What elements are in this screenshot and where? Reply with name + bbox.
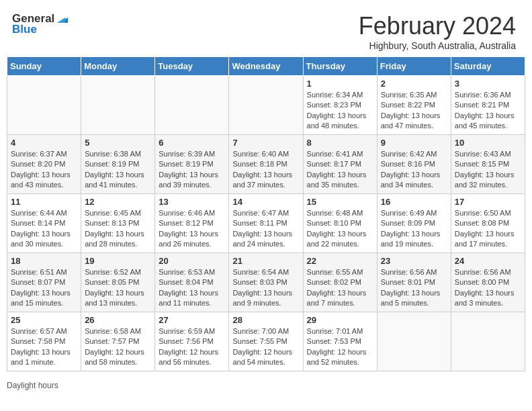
day-number: 15 [307, 197, 373, 207]
calendar-cell: 11Sunrise: 6:44 AM Sunset: 8:14 PM Dayli… [7, 194, 81, 253]
header-row: SundayMondayTuesdayWednesdayThursdayFrid… [7, 57, 525, 76]
day-info: Sunrise: 6:50 AM Sunset: 8:08 PM Dayligh… [455, 208, 521, 250]
header-day-tuesday: Tuesday [155, 57, 229, 76]
header-day-monday: Monday [81, 57, 155, 76]
title-block: February 2024 Highbury, South Australia,… [359, 12, 516, 51]
calendar-cell: 19Sunrise: 6:52 AM Sunset: 8:05 PM Dayli… [81, 253, 155, 312]
calendar-subtitle: Highbury, South Australia, Australia [359, 40, 516, 51]
calendar-cell: 15Sunrise: 6:48 AM Sunset: 8:10 PM Dayli… [303, 194, 377, 253]
day-info: Sunrise: 6:53 AM Sunset: 8:04 PM Dayligh… [159, 267, 225, 309]
day-info: Sunrise: 6:34 AM Sunset: 8:23 PM Dayligh… [307, 90, 373, 132]
footer: Daylight hours [0, 378, 532, 396]
day-info: Sunrise: 6:36 AM Sunset: 8:21 PM Dayligh… [455, 90, 521, 132]
day-number: 16 [381, 197, 447, 207]
day-info: Sunrise: 6:59 AM Sunset: 7:56 PM Dayligh… [159, 326, 225, 368]
day-number: 29 [307, 315, 373, 325]
calendar-cell: 14Sunrise: 6:47 AM Sunset: 8:11 PM Dayli… [229, 194, 303, 253]
header-day-friday: Friday [377, 57, 451, 76]
calendar-cell: 1Sunrise: 6:34 AM Sunset: 8:23 PM Daylig… [303, 76, 377, 135]
calendar-cell: 28Sunrise: 7:00 AM Sunset: 7:55 PM Dayli… [229, 312, 303, 371]
day-number: 17 [455, 197, 521, 207]
day-number: 7 [232, 138, 299, 148]
day-number: 14 [232, 197, 299, 207]
header-day-thursday: Thursday [303, 57, 377, 76]
day-info: Sunrise: 7:00 AM Sunset: 7:55 PM Dayligh… [232, 326, 299, 368]
day-number: 1 [307, 79, 373, 89]
day-number: 21 [232, 256, 299, 266]
day-info: Sunrise: 6:47 AM Sunset: 8:11 PM Dayligh… [232, 208, 299, 250]
day-number: 13 [159, 197, 225, 207]
calendar-cell [229, 76, 303, 135]
day-info: Sunrise: 6:41 AM Sunset: 8:17 PM Dayligh… [307, 149, 373, 191]
day-info: Sunrise: 6:48 AM Sunset: 8:10 PM Dayligh… [307, 208, 373, 250]
logo-icon [56, 11, 71, 26]
calendar-week-3: 11Sunrise: 6:44 AM Sunset: 8:14 PM Dayli… [7, 194, 525, 253]
header-day-sunday: Sunday [7, 57, 81, 76]
day-number: 26 [85, 315, 151, 325]
calendar-cell: 9Sunrise: 6:42 AM Sunset: 8:16 PM Daylig… [377, 135, 451, 194]
calendar-cell [155, 76, 229, 135]
day-info: Sunrise: 6:54 AM Sunset: 8:03 PM Dayligh… [232, 267, 299, 309]
calendar-cell: 8Sunrise: 6:41 AM Sunset: 8:17 PM Daylig… [303, 135, 377, 194]
header-day-wednesday: Wednesday [229, 57, 303, 76]
day-number: 12 [85, 197, 151, 207]
calendar-table: SundayMondayTuesdayWednesdayThursdayFrid… [7, 56, 525, 371]
day-number: 10 [455, 138, 521, 148]
day-info: Sunrise: 6:35 AM Sunset: 8:22 PM Dayligh… [381, 90, 447, 132]
calendar-cell: 12Sunrise: 6:45 AM Sunset: 8:13 PM Dayli… [81, 194, 155, 253]
calendar-cell: 5Sunrise: 6:38 AM Sunset: 8:19 PM Daylig… [81, 135, 155, 194]
calendar-cell: 25Sunrise: 6:57 AM Sunset: 7:58 PM Dayli… [7, 312, 81, 371]
day-info: Sunrise: 6:39 AM Sunset: 8:19 PM Dayligh… [159, 149, 225, 191]
calendar-cell: 4Sunrise: 6:37 AM Sunset: 8:20 PM Daylig… [7, 135, 81, 194]
day-number: 11 [11, 197, 77, 207]
calendar-cell: 2Sunrise: 6:35 AM Sunset: 8:22 PM Daylig… [377, 76, 451, 135]
day-number: 2 [381, 79, 447, 89]
day-info: Sunrise: 6:45 AM Sunset: 8:13 PM Dayligh… [85, 208, 151, 250]
day-info: Sunrise: 6:38 AM Sunset: 8:19 PM Dayligh… [85, 149, 151, 191]
calendar-cell: 24Sunrise: 6:56 AM Sunset: 8:00 PM Dayli… [451, 253, 525, 312]
day-number: 6 [159, 138, 225, 148]
calendar-cell: 26Sunrise: 6:58 AM Sunset: 7:57 PM Dayli… [81, 312, 155, 371]
calendar-cell: 13Sunrise: 6:46 AM Sunset: 8:12 PM Dayli… [155, 194, 229, 253]
calendar-cell [81, 76, 155, 135]
logo: General Blue [12, 12, 71, 36]
day-info: Sunrise: 6:57 AM Sunset: 7:58 PM Dayligh… [11, 326, 77, 368]
calendar-cell: 27Sunrise: 6:59 AM Sunset: 7:56 PM Dayli… [155, 312, 229, 371]
calendar-cell: 21Sunrise: 6:54 AM Sunset: 8:03 PM Dayli… [229, 253, 303, 312]
day-number: 20 [159, 256, 225, 266]
calendar-week-1: 1Sunrise: 6:34 AM Sunset: 8:23 PM Daylig… [7, 76, 525, 135]
daylight-label: Daylight hours [7, 381, 58, 390]
day-info: Sunrise: 6:37 AM Sunset: 8:20 PM Dayligh… [11, 149, 77, 191]
calendar-cell: 20Sunrise: 6:53 AM Sunset: 8:04 PM Dayli… [155, 253, 229, 312]
day-number: 22 [307, 256, 373, 266]
calendar-cell: 23Sunrise: 6:56 AM Sunset: 8:01 PM Dayli… [377, 253, 451, 312]
calendar-week-4: 18Sunrise: 6:51 AM Sunset: 8:07 PM Dayli… [7, 253, 525, 312]
day-number: 27 [159, 315, 225, 325]
day-info: Sunrise: 6:52 AM Sunset: 8:05 PM Dayligh… [85, 267, 151, 309]
day-number: 9 [381, 138, 447, 148]
calendar-cell: 17Sunrise: 6:50 AM Sunset: 8:08 PM Dayli… [451, 194, 525, 253]
header-day-saturday: Saturday [451, 57, 525, 76]
calendar-cell: 22Sunrise: 6:55 AM Sunset: 8:02 PM Dayli… [303, 253, 377, 312]
calendar-cell: 29Sunrise: 7:01 AM Sunset: 7:53 PM Dayli… [303, 312, 377, 371]
calendar-cell [451, 312, 525, 371]
day-number: 18 [11, 256, 77, 266]
calendar-body: 1Sunrise: 6:34 AM Sunset: 8:23 PM Daylig… [7, 76, 525, 371]
calendar-cell [7, 76, 81, 135]
calendar-week-2: 4Sunrise: 6:37 AM Sunset: 8:20 PM Daylig… [7, 135, 525, 194]
calendar-header: SundayMondayTuesdayWednesdayThursdayFrid… [7, 57, 525, 76]
day-number: 24 [455, 256, 521, 266]
page-header: General Blue February 2024 Highbury, Sou… [0, 0, 532, 56]
calendar-cell: 16Sunrise: 6:49 AM Sunset: 8:09 PM Dayli… [377, 194, 451, 253]
day-number: 3 [455, 79, 521, 89]
day-info: Sunrise: 6:49 AM Sunset: 8:09 PM Dayligh… [381, 208, 447, 250]
day-info: Sunrise: 6:40 AM Sunset: 8:18 PM Dayligh… [232, 149, 299, 191]
day-info: Sunrise: 6:44 AM Sunset: 8:14 PM Dayligh… [11, 208, 77, 250]
logo-blue: Blue [12, 23, 37, 36]
day-info: Sunrise: 6:56 AM Sunset: 8:01 PM Dayligh… [381, 267, 447, 309]
calendar-cell: 3Sunrise: 6:36 AM Sunset: 8:21 PM Daylig… [451, 76, 525, 135]
day-info: Sunrise: 6:56 AM Sunset: 8:00 PM Dayligh… [455, 267, 521, 309]
day-number: 4 [11, 138, 77, 148]
calendar-title: February 2024 [359, 12, 516, 40]
day-info: Sunrise: 6:58 AM Sunset: 7:57 PM Dayligh… [85, 326, 151, 368]
